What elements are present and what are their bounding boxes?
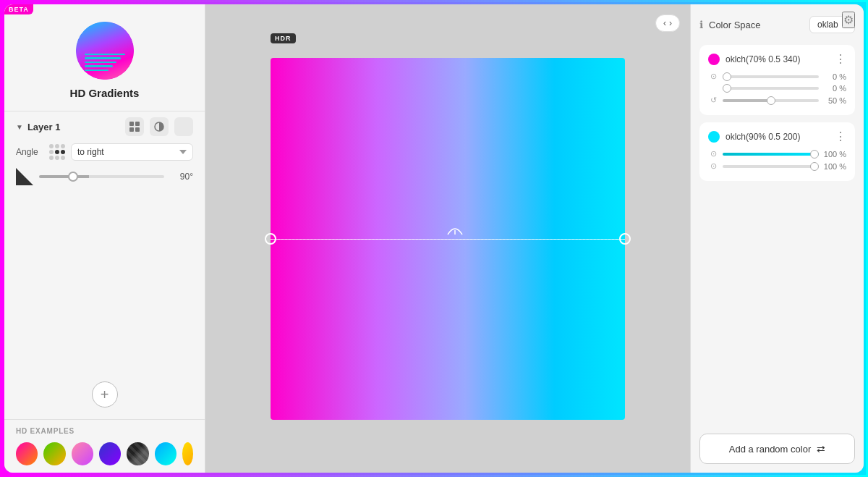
layer-title: Layer 1: [27, 122, 61, 132]
color-stop-2-value-1: 100 %: [823, 150, 846, 159]
color-stop-1-value-2: 0 %: [823, 84, 846, 93]
color-stop-1-slider-3[interactable]: [723, 99, 819, 102]
gradient-handle-left[interactable]: [265, 233, 276, 245]
svg-rect-3: [135, 127, 140, 132]
moon-icon: [179, 122, 189, 132]
examples-label: HD EXAMPLES: [16, 427, 193, 435]
info-icon: ℹ: [699, 19, 703, 30]
examples-circles: [16, 442, 193, 465]
degree-row: 90°: [16, 168, 193, 185]
link-icon-2: ⊙: [708, 149, 718, 159]
example-pink-purple[interactable]: [72, 442, 93, 465]
degree-slider[interactable]: [39, 175, 164, 178]
example-yellow[interactable]: [182, 442, 193, 465]
color-stop-2-slider-2-row: ⊙ 100 %: [708, 161, 846, 171]
color-stop-2-label: oklch(90% 0.5 200): [726, 132, 829, 142]
add-random-color-button[interactable]: Add a random color ⇄: [699, 434, 855, 464]
left-arrow-icon: ‹: [663, 18, 666, 28]
add-random-label: Add a random color: [729, 444, 811, 455]
color-stop-1-slider-3-row: ↺ 50 %: [708, 96, 846, 105]
example-green-orange[interactable]: [43, 442, 65, 465]
beta-badge: BETA: [4, 4, 33, 14]
add-layer-row: +: [4, 370, 205, 419]
dot-mr[interactable]: [61, 150, 65, 154]
color-space-row: ℹ Color Space oklab: [699, 16, 855, 33]
svg-rect-2: [129, 127, 134, 132]
gear-button[interactable]: ⚙: [842, 12, 855, 28]
layer-circle-button[interactable]: [150, 117, 169, 136]
example-pink-orange[interactable]: [16, 442, 38, 465]
more-options-1-button[interactable]: ⋮: [835, 52, 846, 66]
layer-chevron-icon[interactable]: ▼: [16, 123, 23, 131]
dot-tl[interactable]: [49, 144, 54, 148]
color-stop-1-value-3: 50 %: [823, 96, 846, 105]
gradient-midpoint[interactable]: [446, 221, 464, 239]
svg-rect-1: [135, 122, 140, 126]
color-stop-1-slider-2-row: 0 %: [708, 84, 846, 93]
link-icon-1: ⊙: [708, 72, 718, 81]
circle-half-icon: [154, 122, 164, 132]
color-dot-1[interactable]: [708, 54, 720, 65]
dot-bl[interactable]: [49, 156, 54, 160]
canvas-area: ‹ › HDR: [205, 4, 690, 473]
color-stop-1-value-1: 0 %: [823, 72, 846, 81]
color-stop-2-slider-1[interactable]: [723, 153, 819, 156]
color-stop-1-slider-1-row: ⊙ 0 %: [708, 72, 846, 81]
angle-label: Angle: [16, 147, 43, 157]
color-stop-1: oklch(70% 0.5 340) ⋮ ⊙ 0 % 0 % ↺ 50 %: [699, 45, 855, 115]
color-dot-2[interactable]: [708, 131, 720, 143]
angle-indicator-icon: [16, 168, 33, 185]
more-options-2-button[interactable]: ⋮: [835, 130, 846, 143]
gradient-handle-right[interactable]: [619, 233, 631, 245]
color-stop-1-label: oklch(70% 0.5 340): [726, 54, 829, 64]
layer-moon-button[interactable]: [174, 117, 193, 136]
gradient-wrapper: HDR: [271, 58, 625, 420]
layer-header: ▼ Layer 1: [16, 117, 193, 136]
color-space-label: Color Space: [709, 20, 804, 30]
hdr-badge: HDR: [271, 33, 296, 43]
layer-title-group: ▼ Layer 1: [16, 122, 60, 132]
dot-tc[interactable]: [55, 144, 59, 148]
example-black-stripe[interactable]: [127, 442, 148, 465]
dot-br[interactable]: [61, 156, 65, 160]
example-cyan[interactable]: [155, 442, 176, 465]
angle-row: Angle to rig: [16, 143, 193, 161]
shuffle-icon: ⇄: [817, 443, 825, 455]
nav-arrows[interactable]: ‹ ›: [655, 14, 680, 32]
color-stop-2: oklch(90% 0.5 200) ⋮ ⊙ 100 % ⊙ 100 %: [699, 122, 855, 181]
grid-icon: [129, 122, 140, 132]
dot-tr[interactable]: [61, 144, 65, 148]
dot-bc[interactable]: [55, 156, 59, 160]
right-panel: ⚙ ℹ Color Space oklab oklch(70% 0.5 340)…: [690, 4, 864, 473]
layer-section: ▼ Layer 1: [4, 111, 205, 198]
color-stop-1-slider-2[interactable]: [723, 87, 819, 90]
color-stop-2-value-2: 100 %: [823, 162, 846, 171]
app-logo: [76, 22, 134, 80]
color-stop-1-header: oklch(70% 0.5 340) ⋮: [708, 52, 846, 66]
layer-icons: [125, 117, 193, 136]
angle-select[interactable]: to right: [71, 143, 193, 161]
dot-mc[interactable]: [55, 150, 59, 154]
add-layer-button[interactable]: +: [92, 381, 118, 408]
examples-section: HD EXAMPLES: [4, 419, 205, 473]
degree-value: 90°: [170, 172, 193, 182]
layer-grid-button[interactable]: [125, 117, 144, 136]
color-stop-1-slider-1[interactable]: [723, 75, 819, 78]
sidebar: BETA HD Gradients: [4, 4, 205, 473]
example-blue-purple[interactable]: [99, 442, 121, 465]
app-title: HD Gradients: [70, 87, 140, 99]
dot-ml[interactable]: [49, 150, 54, 154]
color-stop-2-slider-1-row: ⊙ 100 %: [708, 149, 846, 159]
gradient-line: [271, 239, 625, 240]
gradient-canvas[interactable]: [271, 58, 625, 420]
direction-grid[interactable]: [49, 144, 65, 160]
midpoint-icon: [446, 221, 464, 236]
right-arrow-icon: ›: [669, 18, 672, 28]
color-stop-2-header: oklch(90% 0.5 200) ⋮: [708, 130, 846, 143]
svg-rect-0: [129, 122, 134, 126]
logo-area: HD Gradients: [4, 4, 205, 111]
link-icon-2b: ⊙: [708, 161, 718, 171]
color-stop-2-slider-2[interactable]: [723, 165, 819, 168]
rotate-icon-1: ↺: [708, 96, 718, 105]
